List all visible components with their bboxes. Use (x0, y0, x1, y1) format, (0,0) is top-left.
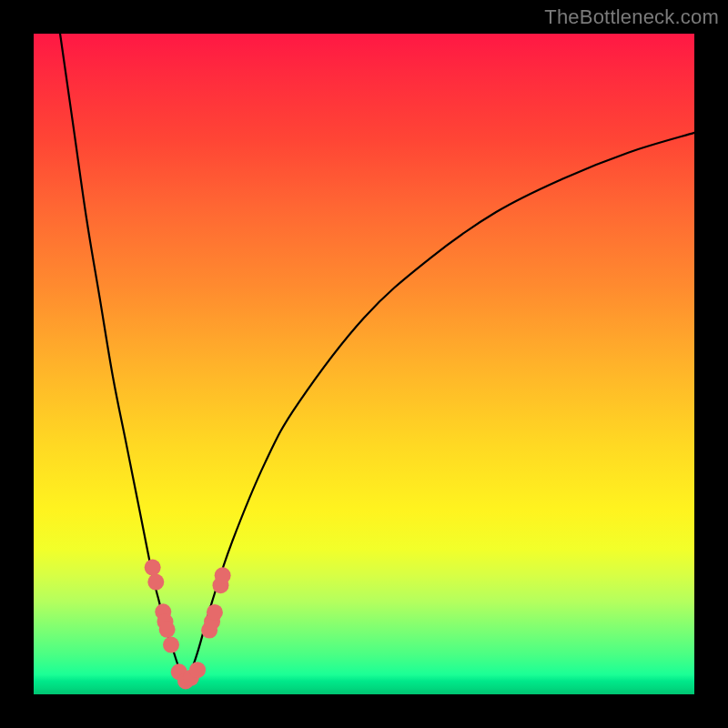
marker-dot (145, 560, 161, 576)
chart-frame: TheBottleneck.com (0, 0, 728, 728)
highlighted-points (145, 560, 231, 690)
marker-dot (207, 604, 223, 621)
chart-svg (34, 34, 694, 694)
marker-dot (163, 637, 179, 653)
watermark-label: TheBottleneck.com (544, 5, 719, 29)
marker-dot (159, 622, 176, 638)
marker-dot (189, 662, 206, 678)
plot-area (34, 34, 694, 694)
marker-dot (147, 574, 164, 591)
marker-dot (215, 567, 231, 583)
